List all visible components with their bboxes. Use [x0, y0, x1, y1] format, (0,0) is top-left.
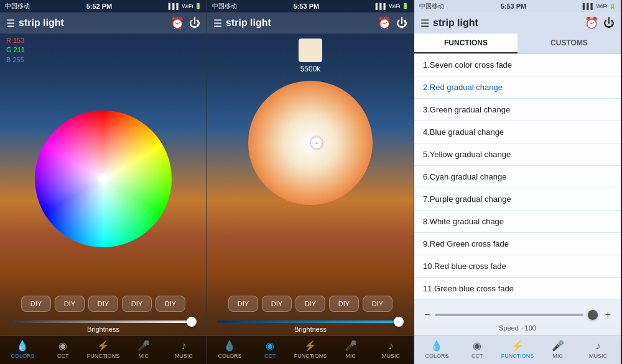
status-bar: 中国移动 5:53 PM ▌▌▌ WiFi 🔋	[414, 0, 621, 12]
rgb-values: R 153 G 211 B 255	[0, 34, 207, 67]
function-item-9[interactable]: 9.Red Green cross fade	[414, 233, 621, 255]
function-item-10[interactable]: 10.Red blue cross fade	[414, 255, 621, 278]
function-item-3[interactable]: 3.Green gradual change	[414, 99, 621, 121]
bottom-nav: 💧 COLORS ◉ CCT ⚡ FUNCTIONS 🎤 MIC ♪ MUSIC	[207, 335, 414, 364]
cct-nav-icon: ◉	[58, 340, 67, 352]
cct-nav-label: CCT	[471, 353, 483, 359]
tab-customs[interactable]: CUSTOMS	[518, 34, 621, 53]
diy-btn-4[interactable]: DIY	[122, 296, 152, 312]
colors-nav-icon: 💧	[430, 340, 443, 352]
functions-nav-label: FUNCTIONS	[501, 353, 534, 359]
bottom-nav: 💧 COLORS ◉ CCT ⚡ FUNCTIONS 🎤 MIC ♪ MUSIC	[0, 335, 207, 364]
functions-nav-icon: ⚡	[511, 340, 524, 352]
nav-colors[interactable]: 💧 COLORS	[2, 340, 43, 359]
functions-nav-label: FUNCTIONS	[294, 353, 327, 359]
diy-btn-1[interactable]: DIY	[228, 296, 258, 312]
nav-colors[interactable]: 💧 COLORS	[417, 340, 457, 359]
function-item-6[interactable]: 6.Cyan gradual change	[414, 166, 621, 188]
nav-mic[interactable]: 🎤 MIC	[123, 340, 164, 359]
nav-music[interactable]: ♪ MUSIC	[578, 340, 618, 359]
speed-thumb[interactable]	[588, 310, 598, 320]
tab-functions[interactable]: FUNCTIONS	[414, 34, 518, 53]
diy-btn-2[interactable]: DIY	[262, 296, 292, 312]
diy-btn-3[interactable]: DIY	[88, 296, 118, 312]
brightness-track[interactable]	[217, 321, 404, 323]
brightness-track[interactable]	[10, 321, 197, 323]
power-icon[interactable]: ⏻	[603, 17, 615, 30]
nav-cct[interactable]: ◉ CCT	[457, 340, 498, 359]
nav-music[interactable]: ♪ MUSIC	[164, 340, 204, 359]
cct-nav-label: CCT	[57, 353, 69, 359]
function-item-7[interactable]: 7.Purple gradual change	[414, 188, 621, 211]
diy-row: DIY DIY DIY DIY DIY	[207, 291, 414, 317]
speed-plus[interactable]: +	[605, 309, 611, 321]
colors-nav-label: COLORS	[218, 353, 241, 359]
mic-nav-label: MIC	[346, 353, 356, 359]
menu-icon[interactable]: ☰	[213, 17, 222, 29]
colors-panel: 中国移动 5:52 PM ▌▌▌ WiFi 🔋 ☰ strip light ⏰ …	[0, 0, 207, 364]
status-icons: ▌▌▌ WiFi 🔋	[169, 3, 202, 9]
colors-nav-label: COLORS	[425, 353, 448, 359]
status-bar: 中国移动 5:53 PM ▌▌▌ WiFi 🔋	[207, 0, 414, 12]
cct-cursor[interactable]: +	[311, 137, 322, 148]
brightness-label: Brightness	[217, 325, 404, 333]
diy-btn-5[interactable]: DIY	[363, 296, 392, 312]
nav-mic[interactable]: 🎤 MIC	[537, 340, 578, 359]
nav-colors[interactable]: 💧 COLORS	[210, 340, 250, 359]
nav-mic[interactable]: 🎤 MIC	[330, 340, 371, 359]
diy-btn-2[interactable]: DIY	[55, 296, 85, 312]
menu-icon[interactable]: ☰	[6, 17, 15, 29]
menu-icon[interactable]: ☰	[420, 17, 429, 29]
nav-functions[interactable]: ⚡ FUNCTIONS	[83, 340, 124, 359]
speed-track[interactable]	[435, 314, 600, 316]
brightness-thumb[interactable]	[394, 317, 404, 327]
mic-nav-label: MIC	[553, 353, 564, 359]
diy-btn-3[interactable]: DIY	[295, 296, 325, 312]
nav-functions[interactable]: ⚡ FUNCTIONS	[290, 340, 331, 359]
app-header: ☰ strip light ⏰ ⏻	[414, 12, 621, 34]
mic-nav-icon: 🎤	[137, 340, 150, 352]
music-nav-icon: ♪	[182, 340, 187, 352]
nav-cct[interactable]: ◉ CCT	[43, 340, 83, 359]
diy-btn-1[interactable]: DIY	[21, 296, 51, 312]
function-item-11[interactable]: 11.Green blue cross fade	[414, 278, 621, 300]
mic-nav-label: MIC	[139, 353, 149, 359]
app-title: strip light	[226, 17, 271, 29]
alarm-icon[interactable]: ⏰	[170, 16, 184, 30]
brightness-area: Brightness	[207, 317, 414, 335]
time: 5:52 PM	[86, 2, 113, 10]
alarm-icon[interactable]: ⏰	[378, 16, 391, 30]
carrier: 中国移动	[5, 2, 30, 11]
wheel-cursor[interactable]: +	[98, 173, 109, 184]
function-item-8[interactable]: 8.White gradual chage	[414, 211, 621, 233]
brightness-thumb[interactable]	[187, 317, 197, 327]
cct-wheel[interactable]: +	[248, 81, 373, 205]
nav-music[interactable]: ♪ MUSIC	[371, 340, 411, 359]
status-icons: ▌▌▌ WiFi 🔋	[583, 3, 616, 9]
function-item-4[interactable]: 4.Blue gradual change	[414, 121, 621, 143]
color-wheel-area[interactable]: +	[0, 67, 207, 291]
cct-area: 5500k +	[207, 34, 414, 291]
speed-minus[interactable]: −	[424, 309, 430, 321]
function-item-2[interactable]: 2.Red gradual change	[414, 76, 621, 99]
music-nav-label: MUSIC	[175, 353, 193, 359]
diy-row: DIY DIY DIY DIY DIY	[0, 291, 207, 317]
power-icon[interactable]: ⏻	[396, 17, 407, 30]
nav-functions[interactable]: ⚡ FUNCTIONS	[498, 340, 538, 359]
nav-cct[interactable]: ◉ CCT	[250, 340, 290, 359]
function-item-1[interactable]: 1.Seven color cross fade	[414, 54, 621, 76]
music-nav-icon: ♪	[389, 340, 394, 352]
alarm-icon[interactable]: ⏰	[585, 16, 598, 30]
music-nav-label: MUSIC	[589, 353, 607, 359]
carrier: 中国移动	[419, 2, 444, 11]
diy-btn-4[interactable]: DIY	[329, 296, 359, 312]
app-header: ☰ strip light ⏰ ⏻	[0, 12, 207, 34]
function-item-5[interactable]: 5.Yellow gradual change	[414, 143, 621, 166]
diy-btn-5[interactable]: DIY	[156, 296, 185, 312]
colors-nav-icon: 💧	[223, 340, 236, 352]
bottom-nav: 💧 COLORS ◉ CCT ⚡ FUNCTIONS 🎤 MIC ♪ MUSIC	[414, 335, 621, 364]
power-icon[interactable]: ⏻	[189, 17, 200, 30]
cct-value: 5500k	[300, 65, 321, 73]
color-wheel[interactable]: +	[35, 111, 172, 247]
speed-label: Speed - 100	[414, 323, 621, 335]
